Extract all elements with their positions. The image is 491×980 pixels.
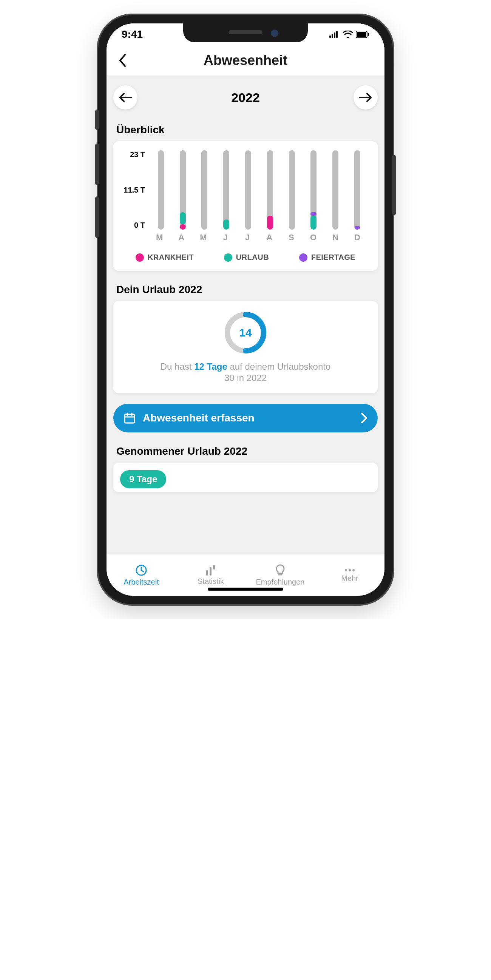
bar-segment	[180, 224, 186, 230]
svg-rect-9	[124, 414, 134, 423]
side-button-volume-down	[95, 196, 99, 238]
cta-label: Abwesenheit erfassen	[143, 412, 354, 424]
bar-col	[260, 150, 280, 230]
tab-mehr[interactable]: Mehr	[315, 554, 384, 596]
record-absence-button[interactable]: Abwesenheit erfassen	[113, 404, 378, 433]
x-label: A	[172, 232, 191, 242]
bar-segment	[267, 216, 273, 230]
header-title: Abwesenheit	[107, 52, 384, 68]
bar	[332, 150, 338, 230]
tab-label-0: Arbeitszeit	[123, 578, 159, 587]
chart-y-axis: 23 T 11.5 T 0 T	[123, 150, 145, 230]
overview-title: Überblick	[116, 124, 378, 136]
next-year-button[interactable]	[354, 85, 378, 110]
dot-feiertage	[299, 253, 308, 262]
wifi-icon	[343, 30, 353, 38]
svg-rect-2	[334, 32, 335, 38]
arrow-left-icon	[119, 92, 132, 102]
svg-rect-0	[329, 35, 331, 38]
svg-rect-5	[357, 32, 367, 37]
ytick-min: 0 T	[123, 221, 145, 230]
calendar-icon	[124, 412, 135, 424]
tab-bar: Arbeitszeit Statistik Empfehlungen Mehr	[107, 554, 384, 596]
phone-frame: 9:41 Abwesenheit 2022	[98, 15, 393, 604]
x-label: M	[150, 232, 169, 242]
phone-speaker	[228, 30, 263, 34]
more-icon	[344, 568, 356, 573]
vac-pre: Du hast	[161, 361, 194, 372]
phone-camera	[271, 29, 278, 37]
x-label: J	[216, 232, 235, 242]
svg-rect-15	[210, 567, 212, 576]
bar-segment	[354, 226, 360, 230]
bar-segment	[311, 212, 317, 216]
bar-col	[238, 150, 258, 230]
bar	[180, 150, 186, 230]
legend-urlaub: URLAUB	[224, 253, 269, 262]
days-pill: 9 Tage	[120, 470, 166, 488]
status-time: 9:41	[122, 28, 143, 40]
side-button-volume-up	[95, 143, 99, 185]
dot-krankheit	[136, 253, 144, 262]
arrow-right-icon	[359, 92, 372, 102]
bar-segment	[180, 212, 186, 224]
app-header: Abwesenheit	[107, 45, 384, 76]
svg-rect-16	[213, 565, 215, 570]
vacation-card: 14 Du hast 12 Tage auf deinem Urlaubskon…	[113, 301, 378, 393]
bar-col	[173, 150, 193, 230]
bar-chart-icon	[205, 565, 217, 576]
svg-point-20	[352, 569, 355, 571]
year-selector: 2022	[113, 83, 378, 120]
tab-label-2: Empfehlungen	[256, 578, 305, 587]
x-label: S	[281, 232, 301, 242]
legend-label-ur: URLAUB	[236, 253, 269, 262]
content-scroll[interactable]: 2022 Überblick 23 T 11.5 T 0 T MAMJJASON…	[107, 76, 384, 554]
x-label: A	[260, 232, 279, 242]
home-indicator[interactable]	[208, 588, 283, 591]
svg-rect-14	[206, 570, 208, 576]
phone-screen: 9:41 Abwesenheit 2022	[107, 24, 384, 596]
bar	[267, 150, 273, 230]
bar-col	[217, 150, 236, 230]
bar	[311, 150, 317, 230]
ring-wrap: 14	[124, 310, 367, 355]
bar-col	[151, 150, 171, 230]
bar	[158, 150, 164, 230]
bar	[245, 150, 251, 230]
legend-label-fe: FEIERTAGE	[311, 253, 355, 262]
bar-col	[195, 150, 215, 230]
dot-urlaub	[224, 253, 232, 262]
tab-label-1: Statistik	[198, 577, 224, 586]
x-label: N	[325, 232, 345, 242]
ring-value: 14	[239, 326, 252, 339]
taken-title: Genommener Urlaub 2022	[116, 445, 378, 457]
ytick-max: 23 T	[123, 150, 145, 159]
status-icons	[329, 30, 369, 38]
x-label: J	[238, 232, 257, 242]
bar	[289, 150, 295, 230]
prev-year-button[interactable]	[113, 85, 137, 110]
svg-point-18	[345, 569, 347, 571]
x-label: O	[303, 232, 323, 242]
taken-card: 9 Tage	[113, 463, 378, 492]
chevron-left-icon	[119, 54, 126, 67]
phone-notch	[183, 24, 308, 42]
x-label: M	[193, 232, 213, 242]
bar	[223, 150, 229, 230]
tab-arbeitszeit[interactable]: Arbeitszeit	[107, 554, 176, 596]
tab-label-3: Mehr	[341, 574, 359, 583]
svg-rect-1	[332, 34, 333, 38]
chart: 23 T 11.5 T 0 T	[123, 150, 368, 230]
overview-card: 23 T 11.5 T 0 T MAMJJASOND KRANKHEIT URL…	[113, 141, 378, 271]
legend-label-kr: KRANKHEIT	[148, 253, 194, 262]
back-button[interactable]	[114, 52, 131, 69]
vacation-text: Du hast 12 Tage auf deinem Urlaubskonto	[124, 361, 367, 372]
bar	[354, 150, 360, 230]
bar-col	[325, 150, 345, 230]
chart-legend: KRANKHEIT URLAUB FEIERTAGE	[123, 253, 368, 262]
svg-point-19	[349, 569, 351, 571]
x-label: D	[348, 232, 367, 242]
chart-bars	[150, 150, 368, 230]
chart-x-axis: MAMJJASOND	[123, 230, 368, 242]
svg-rect-6	[368, 33, 369, 36]
